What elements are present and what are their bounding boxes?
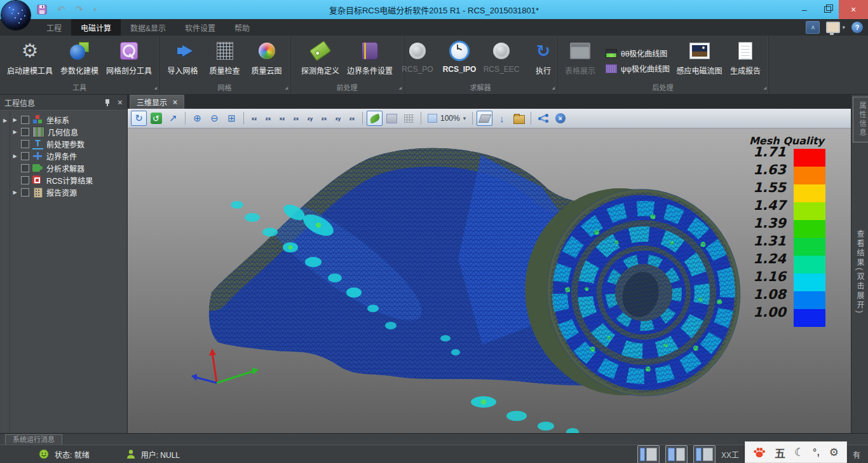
- checkbox[interactable]: [21, 188, 29, 197]
- generate-report-button[interactable]: 生成报告: [725, 38, 766, 83]
- run-refresh-icon: ↻: [536, 43, 550, 59]
- checkbox[interactable]: [21, 152, 29, 160]
- view-orientation-button[interactable]: zy: [304, 112, 316, 125]
- expander-icon[interactable]: ▶: [12, 117, 18, 123]
- tree-item-analysis-solver[interactable]: 分析求解器: [10, 162, 126, 174]
- tree-item-coordinate-system[interactable]: ▶ 坐标系: [10, 114, 126, 126]
- zoom-in-button[interactable]: ⊕: [189, 111, 205, 126]
- tree-item-geometry-info[interactable]: ▶ 几何信息: [10, 126, 126, 138]
- probe-angle-definition-button[interactable]: 探测角定义: [298, 38, 342, 83]
- moon-icon[interactable]: ☾: [794, 446, 804, 459]
- wireframe-mode-button[interactable]: [401, 111, 417, 126]
- perspective-button[interactable]: [477, 111, 492, 126]
- view-orientation-button[interactable]: zx: [290, 112, 302, 125]
- ime-settings-gear-icon[interactable]: ⚙: [829, 446, 839, 459]
- theta-polarization-curve-button[interactable]: θθ极化曲线图: [606, 48, 670, 59]
- parametric-modeling-button[interactable]: 参数化建模: [57, 38, 102, 83]
- panel-close-icon[interactable]: ×: [118, 99, 123, 106]
- view-orientation-button[interactable]: zx: [346, 112, 358, 125]
- view-results-tab[interactable]: 查看结果(双击展开): [855, 230, 865, 315]
- ime-paw-icon[interactable]: [753, 446, 766, 458]
- share-view-button[interactable]: [535, 111, 551, 126]
- save-icon[interactable]: [37, 4, 47, 15]
- tab-data-display[interactable]: 数据&显示: [121, 19, 175, 36]
- tree-item-rcs-results[interactable]: RCS计算结果: [10, 174, 126, 186]
- qat-dropdown-icon[interactable]: ▾: [93, 5, 97, 14]
- status-bar: 状态: 就绪 用户: NULL XX工 五 ☾ °, ⚙ 有: [0, 445, 868, 463]
- layout-bottom-panel-button[interactable]: [693, 445, 715, 463]
- layout-split-button[interactable]: [665, 445, 688, 463]
- mesh-partition-tool-button[interactable]: 网格剖分工具: [103, 38, 155, 83]
- ime-wubi-mode[interactable]: 五: [775, 445, 785, 460]
- expander-icon[interactable]: ▶: [12, 153, 18, 159]
- tree-item-report-resources[interactable]: ▶ 报告资源: [10, 186, 126, 198]
- dialog-launcher-icon[interactable]: ◢: [398, 83, 402, 93]
- close-button[interactable]: ×: [839, 0, 868, 19]
- view-orientation-button[interactable]: xz: [248, 112, 261, 125]
- quality-contour-button[interactable]: 质量云图: [247, 38, 287, 83]
- restore-button[interactable]: [816, 0, 839, 19]
- redo-icon[interactable]: ↷: [76, 5, 84, 14]
- quality-check-button[interactable]: 质量检查: [205, 38, 245, 83]
- minimize-button[interactable]: –: [793, 0, 816, 19]
- legend-color-band: [794, 238, 825, 256]
- rcs-ipo-button[interactable]: RCS_IPO: [439, 38, 480, 83]
- pan-tool-button[interactable]: ↗: [165, 111, 181, 126]
- view-orientation-button[interactable]: xz: [276, 112, 288, 125]
- dialog-launcher-icon[interactable]: ◢: [552, 83, 555, 93]
- ime-punctuation-icon[interactable]: °,: [813, 447, 820, 457]
- expander-icon[interactable]: ▶: [12, 129, 18, 135]
- root-expander-icon[interactable]: ▶: [3, 118, 7, 123]
- layers-button[interactable]: [511, 111, 527, 126]
- launch-modeling-tool-button[interactable]: ⚙ 启动建模工具: [4, 38, 56, 83]
- checkbox[interactable]: [21, 116, 29, 124]
- tab-close-icon[interactable]: ×: [173, 99, 177, 106]
- dialog-launcher-icon[interactable]: ◢: [285, 83, 288, 93]
- psi-polarization-curve-button[interactable]: ψψ极化曲线图: [606, 63, 670, 74]
- view-orientation-button[interactable]: zy: [332, 112, 344, 125]
- zoom-fit-button[interactable]: ⊞: [224, 111, 240, 126]
- refresh-view-button[interactable]: ↺: [148, 111, 164, 126]
- boundary-condition-settings-button[interactable]: 边界条件设置: [344, 38, 396, 83]
- tab-em-computation[interactable]: 电磁计算: [71, 19, 121, 36]
- tree-item-preprocess-params[interactable]: T 前处理参数: [10, 138, 126, 150]
- import-mesh-button[interactable]: 导入网格: [163, 38, 203, 83]
- help-button[interactable]: ?: [851, 22, 863, 33]
- close-view-button[interactable]: ×: [552, 111, 568, 126]
- checkbox[interactable]: [21, 176, 29, 184]
- tab-help[interactable]: 帮助: [225, 19, 259, 36]
- 3d-viewport[interactable]: Mesh Quality 1.71 1.63 1.55 1.47 1.39 1.…: [128, 128, 851, 433]
- shaded-mode-button[interactable]: [367, 111, 383, 126]
- view-orientation-button[interactable]: zx: [318, 112, 330, 125]
- rotate-tool-button[interactable]: ↻: [131, 111, 147, 126]
- group-label-postprocessing: 后处理◢: [557, 83, 768, 94]
- display-style-button[interactable]: ▾: [826, 22, 845, 33]
- app-logo-icon[interactable]: [1, 1, 31, 30]
- property-info-tab[interactable]: 属性信息: [853, 97, 868, 142]
- undo-icon[interactable]: ↶: [57, 5, 65, 14]
- tab-engineering[interactable]: 工程: [37, 19, 71, 36]
- layout-left-panel-button[interactable]: [637, 445, 660, 463]
- zoom-level-control[interactable]: 100% ▾: [425, 111, 468, 125]
- flat-mode-button[interactable]: [384, 111, 400, 126]
- disabled-circle-icon: [409, 43, 426, 59]
- checkbox[interactable]: [21, 140, 29, 148]
- system-messages-tab[interactable]: 系统运行消息: [5, 434, 62, 445]
- gear-icon: ⚙: [22, 41, 39, 60]
- induced-em-current-map-button[interactable]: 感应电磁流图: [675, 38, 724, 83]
- expander-icon[interactable]: ▶: [12, 190, 18, 195]
- dialog-launcher-icon[interactable]: ◢: [763, 83, 766, 93]
- view-orientation-button[interactable]: zx: [262, 112, 275, 125]
- tab-3d-display[interactable]: 三维显示 ×: [130, 95, 184, 109]
- zoom-out-button[interactable]: ⊖: [207, 111, 222, 126]
- tab-software-settings[interactable]: 软件设置: [175, 19, 225, 36]
- collapse-ribbon-button[interactable]: ˄: [806, 21, 820, 34]
- square-icon: [386, 114, 397, 123]
- checkbox[interactable]: [21, 164, 29, 172]
- drop-view-button[interactable]: ↓: [494, 111, 510, 126]
- tree-item-boundary-conditions[interactable]: ▶ 边界条件: [10, 150, 126, 162]
- pin-icon[interactable]: [104, 99, 111, 106]
- arrow-right-icon: [182, 45, 193, 57]
- checkbox[interactable]: [21, 128, 29, 136]
- dialog-launcher-icon[interactable]: ◢: [154, 83, 157, 93]
